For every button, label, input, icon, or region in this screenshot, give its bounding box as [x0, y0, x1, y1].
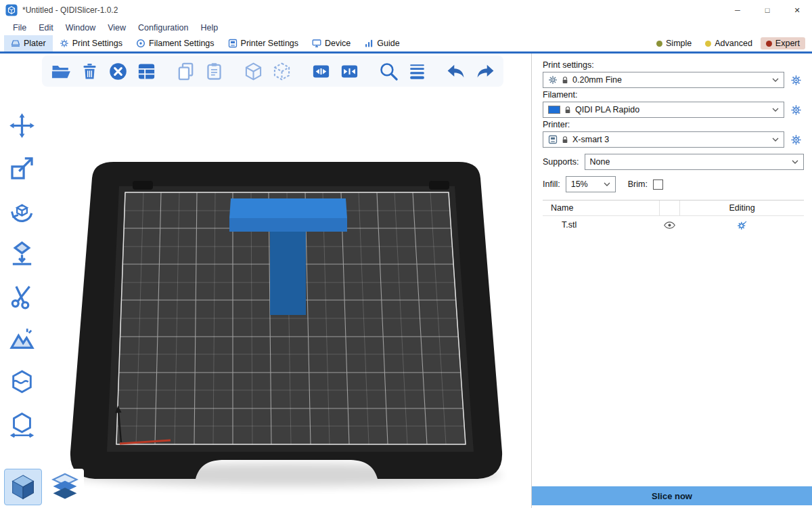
- app-logo-icon: [5, 4, 18, 16]
- tab-print-settings[interactable]: Print Settings: [53, 35, 129, 51]
- edit-object-button[interactable]: [679, 220, 804, 230]
- mode-simple[interactable]: Simple: [651, 37, 697, 49]
- tab-device[interactable]: Device: [305, 35, 357, 51]
- printer-value: X-smart 3: [572, 135, 609, 144]
- delete-icon[interactable]: [77, 58, 102, 84]
- printer-mini-icon: [548, 135, 558, 144]
- infill-value: 15%: [571, 179, 588, 189]
- column-name: Name: [543, 203, 659, 213]
- measure-icon[interactable]: [5, 408, 38, 440]
- sidebar-content: Print settings: 0.20mm Fine Filament: QI…: [532, 54, 812, 482]
- column-editing: Editing: [679, 200, 804, 215]
- settings-sidebar: Print settings: 0.20mm Fine Filament: QI…: [531, 54, 812, 508]
- minimize-button[interactable]: ─: [723, 0, 752, 20]
- object-list-row[interactable]: T.stl: [543, 216, 804, 234]
- slice-now-button[interactable]: Slice now: [532, 486, 812, 505]
- infill-combo[interactable]: 15%: [566, 176, 616, 192]
- plater-3d-viewport[interactable]: [0, 54, 531, 508]
- tab-plater-label: Plater: [24, 39, 46, 48]
- place-on-face-icon[interactable]: [5, 237, 38, 270]
- variable-layer-height-icon[interactable]: [405, 58, 429, 84]
- printer-row: X-smart 3: [543, 131, 804, 148]
- scene-3d[interactable]: [0, 54, 531, 508]
- column-visibility: [659, 200, 679, 215]
- plater-top-toolbar: [42, 56, 503, 87]
- device-icon: [312, 39, 321, 48]
- scale-icon[interactable]: [5, 152, 38, 184]
- lock-icon: [562, 135, 568, 144]
- add-instance-icon[interactable]: [309, 58, 333, 84]
- print-settings-row: 0.20mm Fine: [543, 72, 804, 88]
- redo-icon[interactable]: [472, 58, 497, 84]
- menu-window[interactable]: Window: [60, 23, 102, 33]
- printer-gear-button[interactable]: [788, 131, 804, 148]
- mode-expert-label: Expert: [775, 39, 800, 48]
- expert-mode-dot: [766, 41, 772, 47]
- paint-supports-icon[interactable]: [5, 322, 38, 355]
- object-list-header: Name Editing: [543, 200, 804, 216]
- model-stem-face: [270, 232, 306, 315]
- search-icon[interactable]: [376, 58, 401, 84]
- chevron-down-icon: [772, 137, 779, 142]
- split-to-objects-icon[interactable]: [241, 58, 265, 84]
- move-icon[interactable]: [5, 109, 38, 142]
- arrange-icon[interactable]: [134, 58, 158, 84]
- guide-icon: [364, 39, 374, 48]
- window-controls: ─ □ ✕: [723, 0, 812, 20]
- maximize-button[interactable]: □: [752, 0, 782, 20]
- edit-gear-icon: [737, 220, 747, 230]
- tab-guide-label: Guide: [377, 39, 399, 48]
- plater-left-toolbar: [5, 109, 38, 440]
- filament-label: Filament:: [543, 90, 804, 100]
- print-settings-gear-button[interactable]: [788, 72, 804, 88]
- visibility-toggle[interactable]: [659, 221, 679, 229]
- delete-all-icon[interactable]: [106, 58, 130, 84]
- remove-instance-icon[interactable]: [337, 58, 361, 84]
- menu-help[interactable]: Help: [194, 23, 224, 33]
- cut-icon[interactable]: [5, 280, 38, 312]
- view-3d-editor-button[interactable]: [4, 469, 42, 505]
- menu-edit[interactable]: Edit: [32, 23, 60, 33]
- infill-label: Infill:: [543, 179, 560, 189]
- rotate-icon[interactable]: [5, 194, 38, 227]
- tab-filament-settings[interactable]: Filament Settings: [129, 35, 221, 51]
- tab-printer-settings[interactable]: Printer Settings: [221, 35, 305, 51]
- title-bar: *Untitled - QIDISlicer-1.0.2 ─ □ ✕: [0, 0, 812, 20]
- supports-combo[interactable]: None: [585, 154, 804, 170]
- paste-icon[interactable]: [202, 58, 226, 84]
- print-settings-label: Print settings:: [543, 60, 804, 70]
- tab-printer-settings-label: Printer Settings: [241, 39, 298, 48]
- menu-file[interactable]: File: [7, 23, 32, 33]
- seam-icon[interactable]: [5, 365, 38, 398]
- mode-simple-label: Simple: [666, 39, 692, 48]
- mode-expert[interactable]: Expert: [761, 37, 805, 49]
- mode-advanced[interactable]: Advanced: [700, 37, 758, 49]
- close-button[interactable]: ✕: [782, 0, 812, 20]
- print-settings-icon: [60, 39, 69, 48]
- menu-view[interactable]: View: [102, 23, 132, 33]
- brim-label: Brim:: [628, 179, 648, 189]
- bed-clip-right: [429, 181, 449, 190]
- copy-icon[interactable]: [173, 58, 198, 84]
- split-to-parts-icon[interactable]: [269, 58, 294, 84]
- filament-combo[interactable]: QIDI PLA Rapido: [543, 102, 784, 118]
- lock-icon: [562, 76, 568, 85]
- mode-switcher: Simple Advanced Expert: [651, 35, 812, 51]
- brim-checkbox[interactable]: [653, 179, 663, 190]
- main-area: Print settings: 0.20mm Fine Filament: QI…: [0, 54, 812, 508]
- tab-filament-settings-label: Filament Settings: [149, 39, 215, 48]
- menu-configuration[interactable]: Configuration: [132, 23, 194, 33]
- lock-icon: [564, 106, 571, 114]
- filament-gear-button[interactable]: [788, 102, 804, 118]
- print-settings-combo[interactable]: 0.20mm Fine: [543, 72, 784, 88]
- supports-value: None: [590, 157, 610, 167]
- tab-plater[interactable]: Plater: [4, 35, 53, 51]
- undo-icon[interactable]: [444, 58, 468, 84]
- printer-label: Printer:: [543, 120, 804, 129]
- view-preview-button[interactable]: [46, 469, 84, 505]
- model-bar-front-face: [229, 218, 347, 232]
- mode-advanced-label: Advanced: [715, 39, 752, 48]
- printer-combo[interactable]: X-smart 3: [543, 131, 784, 148]
- open-folder-icon[interactable]: [49, 58, 73, 84]
- tab-guide[interactable]: Guide: [357, 35, 406, 51]
